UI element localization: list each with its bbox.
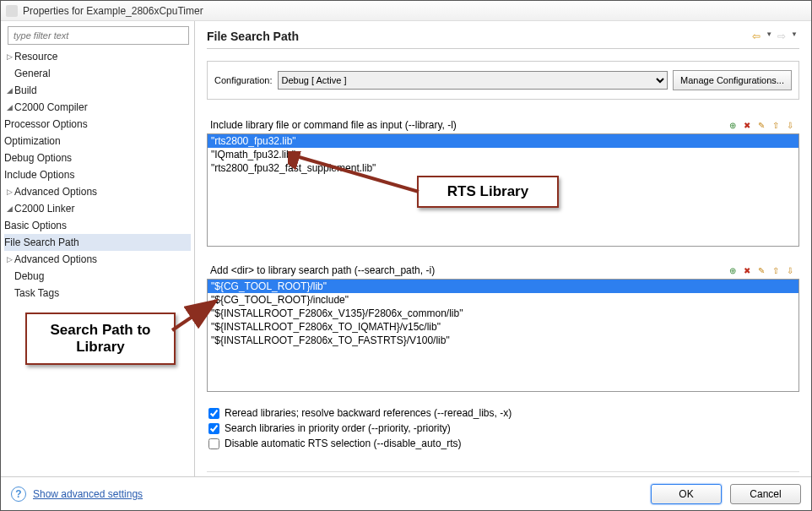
title-bar: Properties for Example_2806xCpuTimer	[1, 1, 811, 21]
reread-libs-checkbox[interactable]	[208, 408, 219, 419]
tree-task-tags[interactable]: Task Tags	[4, 285, 191, 302]
advanced-settings-link[interactable]: Show advanced settings	[33, 488, 143, 500]
configuration-select[interactable]: Debug [ Active ]	[278, 71, 669, 90]
ok-button[interactable]: OK	[651, 484, 722, 504]
disable-auto-rts-row[interactable]: Disable automatic RTS selection (--disab…	[207, 438, 799, 449]
back-menu-icon[interactable]: ▼	[764, 30, 774, 42]
tree-file-search-path[interactable]: File Search Path	[4, 234, 191, 251]
include-library-label: Include library file or command file as …	[210, 119, 457, 131]
priority-row[interactable]: Search libraries in priority order (--pr…	[207, 422, 799, 434]
list-item[interactable]: "${CG_TOOL_ROOT}/include"	[208, 293, 798, 307]
configuration-group: Configuration: Debug [ Active ] Manage C…	[207, 61, 799, 100]
disable-auto-rts-checkbox[interactable]	[208, 438, 219, 449]
configuration-label: Configuration:	[214, 75, 273, 85]
page-title: File Search Path	[207, 30, 299, 43]
sidebar: ▷Resource General ◢Build ◢C2000 Compiler…	[1, 21, 195, 476]
move-up-icon[interactable]: ⇧	[770, 264, 782, 276]
search-path-listbox[interactable]: "${CG_TOOL_ROOT}/lib" "${CG_TOOL_ROOT}/i…	[207, 279, 799, 392]
list-item[interactable]: "${CG_TOOL_ROOT}/lib"	[208, 280, 798, 293]
move-down-icon[interactable]: ⇩	[784, 119, 796, 131]
delete-icon[interactable]: ✖	[741, 119, 753, 131]
forward-menu-icon[interactable]: ▼	[789, 30, 799, 42]
tree-optimization[interactable]: Optimization	[4, 133, 191, 149]
filter-input[interactable]	[8, 26, 189, 45]
tree-debug-options[interactable]: Debug Options	[4, 149, 191, 166]
search-path-label: Add <dir> to library search path (--sear…	[210, 264, 435, 276]
reread-libs-label: Reread libraries; resolve backward refer…	[225, 407, 512, 419]
cancel-button[interactable]: Cancel	[730, 484, 801, 504]
list-item[interactable]: "IQmath_fpu32.lib"	[208, 148, 798, 161]
list-item[interactable]: "rts2800_fpu32_fast_supplement.lib"	[208, 161, 798, 175]
annotation-search-path: Search Path to Library	[25, 313, 176, 365]
separator	[207, 471, 799, 472]
tree-adv-linker[interactable]: ▷Advanced Options	[4, 251, 191, 268]
content-panel: File Search Path ⇦ ▼ ⇨ ▼ Configuration: …	[195, 21, 811, 476]
tree-c2000-compiler[interactable]: ◢C2000 Compiler	[4, 99, 191, 116]
move-up-icon[interactable]: ⇧	[770, 119, 782, 131]
page-nav: ⇦ ▼ ⇨ ▼	[750, 30, 799, 42]
nav-tree: ▷Resource General ◢Build ◢C2000 Compiler…	[4, 48, 191, 302]
forward-icon[interactable]: ⇨	[776, 30, 788, 42]
tree-debug[interactable]: Debug	[4, 268, 191, 285]
tree-c2000-linker[interactable]: ◢C2000 Linker	[4, 200, 191, 217]
window-title: Properties for Example_2806xCpuTimer	[23, 5, 203, 17]
app-icon	[6, 5, 18, 17]
back-icon[interactable]: ⇦	[750, 30, 762, 42]
move-down-icon[interactable]: ⇩	[784, 264, 796, 276]
list-item[interactable]: "rts2800_fpu32.lib"	[208, 134, 798, 148]
reread-libs-row[interactable]: Reread libraries; resolve backward refer…	[207, 407, 799, 419]
tree-build[interactable]: ◢Build	[4, 82, 191, 99]
list-item[interactable]: "${INSTALLROOT_F2806x_TO_IQMATH}/v15c/li…	[208, 320, 798, 334]
delete-icon[interactable]: ✖	[741, 264, 753, 276]
list-item[interactable]: "${INSTALLROOT_F2806x_TO_FASTRTS}/V100/l…	[208, 334, 798, 347]
add-file-icon[interactable]: ⊕	[727, 119, 739, 131]
help-icon[interactable]: ?	[11, 487, 26, 502]
footer: ? Show advanced settings OK Cancel	[1, 476, 811, 510]
tree-processor-options[interactable]: Processor Options	[4, 116, 191, 133]
tree-general[interactable]: General	[4, 65, 191, 82]
edit-icon[interactable]: ✎	[755, 264, 767, 276]
priority-checkbox[interactable]	[208, 423, 219, 434]
list-item[interactable]: "${INSTALLROOT_F2806x_V135}/F2806x_commo…	[208, 307, 798, 320]
edit-icon[interactable]: ✎	[755, 119, 767, 131]
tree-resource[interactable]: ▷Resource	[4, 48, 191, 65]
add-file-icon[interactable]: ⊕	[727, 264, 739, 276]
tree-adv-compiler[interactable]: ▷Advanced Options	[4, 183, 191, 200]
tree-basic-options[interactable]: Basic Options	[4, 217, 191, 234]
tree-include-options[interactable]: Include Options	[4, 166, 191, 183]
annotation-rts-library: RTS Library	[417, 176, 559, 208]
manage-configurations-button[interactable]: Manage Configurations...	[673, 70, 792, 90]
priority-label: Search libraries in priority order (--pr…	[225, 422, 451, 434]
disable-auto-rts-label: Disable automatic RTS selection (--disab…	[225, 438, 462, 449]
